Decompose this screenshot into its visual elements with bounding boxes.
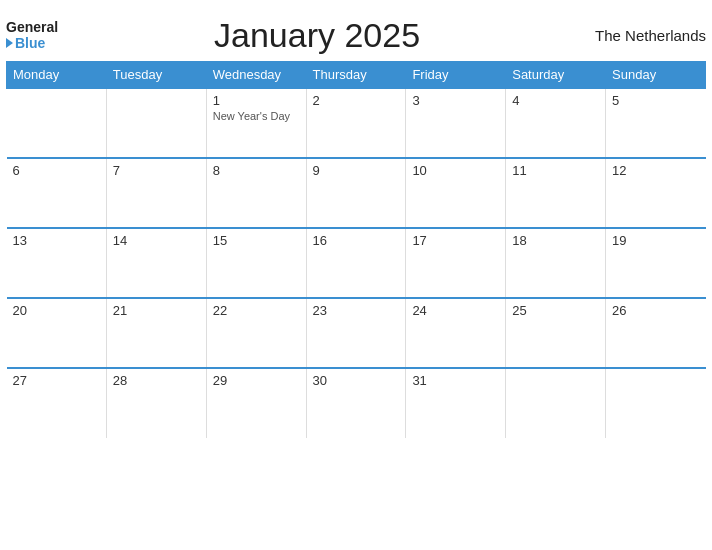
calendar-cell: 15 — [206, 228, 306, 298]
day-number: 5 — [612, 93, 619, 108]
day-number: 3 — [412, 93, 419, 108]
calendar-cell: 1New Year's Day — [206, 88, 306, 158]
day-number: 14 — [113, 233, 127, 248]
calendar-cell: 31 — [406, 368, 506, 438]
logo-blue-text: Blue — [6, 36, 45, 51]
day-number: 21 — [113, 303, 127, 318]
calendar-cell: 10 — [406, 158, 506, 228]
day-number: 19 — [612, 233, 626, 248]
day-number: 11 — [512, 163, 526, 178]
day-number: 29 — [213, 373, 227, 388]
country-label: The Netherlands — [576, 27, 706, 44]
calendar-cell: 14 — [106, 228, 206, 298]
calendar-cell: 3 — [406, 88, 506, 158]
day-number: 31 — [412, 373, 426, 388]
day-number: 22 — [213, 303, 227, 318]
calendar-cell: 8 — [206, 158, 306, 228]
day-number: 28 — [113, 373, 127, 388]
calendar-cell: 4 — [506, 88, 606, 158]
day-number: 2 — [313, 93, 320, 108]
calendar-cell: 21 — [106, 298, 206, 368]
calendar-table: MondayTuesdayWednesdayThursdayFridaySatu… — [6, 61, 706, 438]
weekday-header-wednesday: Wednesday — [206, 62, 306, 89]
calendar-cell: 16 — [306, 228, 406, 298]
day-number: 9 — [313, 163, 320, 178]
calendar-cell: 26 — [606, 298, 706, 368]
day-number: 15 — [213, 233, 227, 248]
calendar-cell: 20 — [7, 298, 107, 368]
calendar-cell: 19 — [606, 228, 706, 298]
day-number: 4 — [512, 93, 519, 108]
week-row-1: 1New Year's Day2345 — [7, 88, 706, 158]
week-row-5: 2728293031 — [7, 368, 706, 438]
day-number: 20 — [13, 303, 27, 318]
day-number: 23 — [313, 303, 327, 318]
calendar-cell — [7, 88, 107, 158]
calendar-cell: 25 — [506, 298, 606, 368]
day-number: 7 — [113, 163, 120, 178]
logo-general-text: General — [6, 20, 58, 35]
day-number: 12 — [612, 163, 626, 178]
day-number: 17 — [412, 233, 426, 248]
week-row-3: 13141516171819 — [7, 228, 706, 298]
week-row-2: 6789101112 — [7, 158, 706, 228]
day-number: 10 — [412, 163, 426, 178]
calendar-cell: 17 — [406, 228, 506, 298]
day-number: 13 — [13, 233, 27, 248]
day-number: 25 — [512, 303, 526, 318]
calendar-cell — [106, 88, 206, 158]
calendar-cell: 9 — [306, 158, 406, 228]
calendar-cell: 27 — [7, 368, 107, 438]
calendar-page: General Blue January 2025 The Netherland… — [6, 10, 706, 438]
weekday-header-row: MondayTuesdayWednesdayThursdayFridaySatu… — [7, 62, 706, 89]
day-number: 16 — [313, 233, 327, 248]
day-number: 8 — [213, 163, 220, 178]
calendar-header: General Blue January 2025 The Netherland… — [6, 10, 706, 59]
calendar-cell: 13 — [7, 228, 107, 298]
calendar-cell: 23 — [306, 298, 406, 368]
calendar-cell: 11 — [506, 158, 606, 228]
weekday-header-saturday: Saturday — [506, 62, 606, 89]
calendar-cell: 24 — [406, 298, 506, 368]
day-number: 1 — [213, 93, 220, 108]
logo: General Blue — [6, 20, 58, 51]
calendar-cell: 6 — [7, 158, 107, 228]
calendar-title: January 2025 — [58, 16, 576, 55]
day-number: 27 — [13, 373, 27, 388]
calendar-cell — [606, 368, 706, 438]
day-event: New Year's Day — [213, 110, 306, 122]
day-number: 26 — [612, 303, 626, 318]
calendar-cell: 12 — [606, 158, 706, 228]
calendar-cell: 2 — [306, 88, 406, 158]
day-number: 30 — [313, 373, 327, 388]
weekday-header-friday: Friday — [406, 62, 506, 89]
calendar-cell: 30 — [306, 368, 406, 438]
weekday-header-thursday: Thursday — [306, 62, 406, 89]
logo-triangle-icon — [6, 38, 13, 48]
calendar-cell — [506, 368, 606, 438]
weekday-header-sunday: Sunday — [606, 62, 706, 89]
week-row-4: 20212223242526 — [7, 298, 706, 368]
calendar-cell: 28 — [106, 368, 206, 438]
weekday-header-monday: Monday — [7, 62, 107, 89]
calendar-cell: 29 — [206, 368, 306, 438]
weekday-header-tuesday: Tuesday — [106, 62, 206, 89]
day-number: 6 — [13, 163, 20, 178]
calendar-cell: 7 — [106, 158, 206, 228]
day-number: 24 — [412, 303, 426, 318]
calendar-cell: 22 — [206, 298, 306, 368]
calendar-cell: 18 — [506, 228, 606, 298]
calendar-cell: 5 — [606, 88, 706, 158]
day-number: 18 — [512, 233, 526, 248]
